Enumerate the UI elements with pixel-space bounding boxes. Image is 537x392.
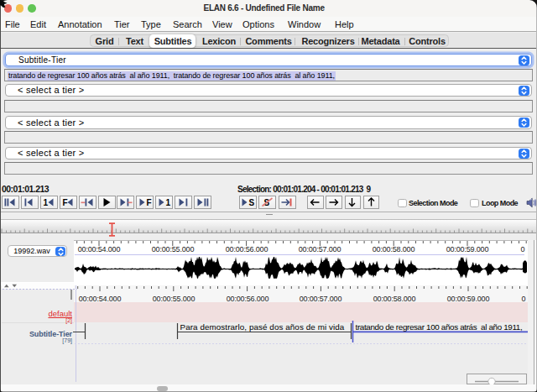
svg-text:F: F xyxy=(63,198,68,207)
svg-text:F: F xyxy=(146,198,151,207)
svg-text:S: S xyxy=(249,198,255,207)
svg-text:1: 1 xyxy=(165,198,170,207)
svg-text:1: 1 xyxy=(44,198,49,207)
